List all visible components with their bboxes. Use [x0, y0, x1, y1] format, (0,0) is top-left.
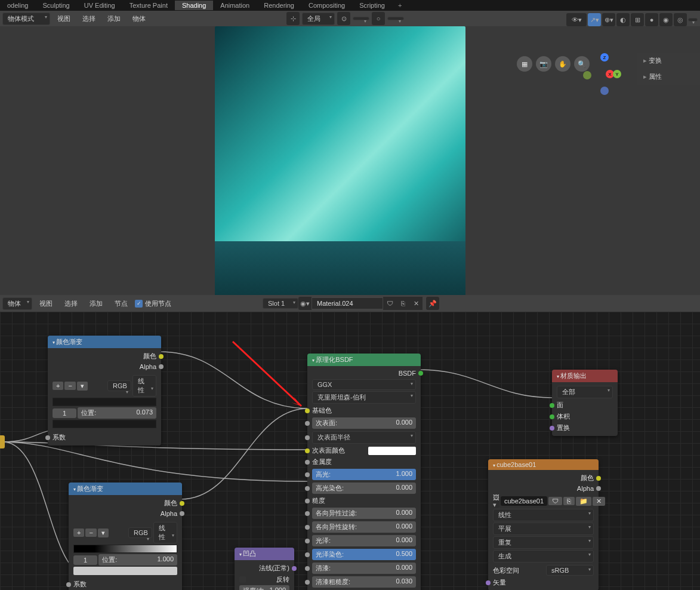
node-menu-add[interactable]: 添加: [85, 298, 107, 309]
solid-shade[interactable]: ●: [645, 13, 658, 26]
use-nodes-checkbox[interactable]: ✓: [135, 300, 143, 308]
tab-texture[interactable]: Texture Paint: [122, 1, 175, 10]
menu-select[interactable]: 选择: [78, 13, 100, 24]
slot-dropdown[interactable]: Slot 1: [263, 298, 298, 309]
node-image-texture[interactable]: cube2base01 颜色 Alpha 🖼▾ cube2base01 🛡 ⎘ …: [488, 459, 599, 590]
image-interp[interactable]: 线性: [493, 509, 594, 521]
gizmo-neg-z[interactable]: [600, 87, 609, 95]
node-title[interactable]: cube2base01: [488, 459, 599, 470]
viewport-3d[interactable]: ▦ 📷 ✋ 🔍 Z X Y 变换 属性: [0, 26, 700, 295]
output-target[interactable]: 全部: [557, 386, 613, 398]
ramp-position[interactable]: 位置:0.073: [78, 407, 156, 419]
image-source[interactable]: 生成: [493, 550, 594, 563]
shade-options[interactable]: [688, 18, 698, 21]
material-name-input[interactable]: Material.024: [312, 297, 383, 309]
bsdf-光泽染色:[interactable]: 光泽染色:0.500: [312, 548, 416, 561]
node-menu-select[interactable]: 选择: [60, 298, 82, 309]
orientation-icon[interactable]: ⊹: [286, 12, 300, 25]
bsdf-清漆:[interactable]: 清漆:0.000: [312, 561, 416, 575]
ramp-color-swatch[interactable]: [73, 567, 177, 575]
node-title[interactable]: 凹凸: [235, 548, 294, 560]
node-bump[interactable]: 凹凸 法线(正常) 反转 强度/力度:1.000 距离:1.000: [235, 548, 294, 590]
bsdf-基础色[interactable]: 基础色: [312, 405, 416, 416]
material-shield-icon[interactable]: 🛡: [383, 297, 396, 310]
menu-object[interactable]: 物体: [128, 13, 150, 24]
visibility-dropdown[interactable]: 👁▾: [566, 13, 587, 26]
node-title[interactable]: 材质输出: [552, 370, 618, 382]
tab-sculpting[interactable]: Sculpting: [35, 1, 76, 10]
gizmo-z[interactable]: Z: [600, 53, 609, 62]
menu-add[interactable]: 添加: [103, 13, 125, 24]
sidebar-transform[interactable]: 变换: [637, 53, 700, 69]
ramp-remove-icon[interactable]: −: [64, 382, 75, 390]
node-colorramp-2[interactable]: 颜色渐变 颜色 Alpha + − ▾ RGB 线性 1 位置:1.000 系数: [69, 483, 182, 590]
bsdf-清漆粗糙度:[interactable]: 清漆粗糙度:0.030: [312, 575, 416, 589]
material-delete-icon[interactable]: ✕: [409, 297, 423, 310]
tab-uv[interactable]: UV Editing: [77, 1, 122, 10]
camera-view-icon[interactable]: 📷: [536, 56, 551, 72]
rendered-shade[interactable]: ◎: [674, 13, 687, 26]
gizmo-toggle[interactable]: ↗▾: [588, 13, 601, 26]
node-title[interactable]: 原理化BSDF: [307, 354, 421, 366]
node-colorramp-1[interactable]: 颜色渐变 颜色 Alpha + − ▾ RGB 线性 1 位置:0.073 系数: [48, 336, 161, 445]
ramp-gradient[interactable]: [53, 398, 156, 406]
image-copy-icon[interactable]: ⎘: [563, 497, 575, 505]
orientation-dropdown[interactable]: 全局: [302, 13, 335, 25]
tab-compositing[interactable]: Compositing: [301, 1, 352, 10]
image-browse-icon[interactable]: 🖼▾: [493, 494, 499, 508]
bsdf-subsurface-method[interactable]: 克里斯坦森-伯利: [312, 391, 416, 404]
node-principled-bsdf[interactable]: 原理化BSDF BSDF GGX 克里斯坦森-伯利 基础色次表面:0.000次表…: [307, 354, 421, 590]
node-mode-dropdown[interactable]: 物体: [2, 297, 32, 310]
ramp-remove-icon[interactable]: −: [85, 528, 96, 537]
tab-shading[interactable]: Shading: [175, 1, 213, 10]
node-editor[interactable]: 颜色渐变 颜色 Alpha + − ▾ RGB 线性 1 位置:0.073 系数…: [0, 312, 700, 590]
ramp-interp[interactable]: 线性: [132, 375, 156, 397]
camera-icon[interactable]: ▦: [517, 56, 532, 72]
tab-rendering[interactable]: Rendering: [257, 1, 301, 10]
bsdf-各向异性旋转:[interactable]: 各向异性旋转:0.000: [312, 520, 416, 534]
node-title[interactable]: 颜色渐变: [69, 483, 182, 495]
image-unlink-icon[interactable]: ✕: [593, 497, 605, 506]
bump-strength[interactable]: 强度/力度:1.000: [239, 585, 289, 590]
bsdf-糙度[interactable]: 糙度: [312, 495, 416, 506]
navigation-gizmo[interactable]: Z X Y: [587, 53, 622, 89]
material-shade[interactable]: ◉: [659, 13, 673, 26]
tab-add-icon[interactable]: +: [392, 1, 408, 10]
xray-toggle[interactable]: ◐: [616, 13, 630, 26]
node-menu-node[interactable]: 节点: [110, 298, 132, 309]
bsdf-次表面半径[interactable]: 次表面半径: [312, 430, 416, 445]
bsdf-次表面颜色[interactable]: 次表面颜色: [312, 445, 416, 456]
bsdf-光泽:[interactable]: 光泽:0.000: [312, 534, 416, 548]
ramp-menu-icon[interactable]: ▾: [77, 382, 88, 391]
gizmo-y[interactable]: Y: [613, 70, 621, 78]
node-menu-view[interactable]: 视图: [35, 298, 57, 309]
bsdf-distribution[interactable]: GGX: [312, 379, 416, 390]
tab-animation[interactable]: Animation: [213, 1, 257, 10]
ramp-position[interactable]: 位置:1.000: [98, 554, 177, 566]
sidebar-properties[interactable]: 属性: [637, 69, 700, 85]
bsdf-高光染色:[interactable]: 高光染色:0.000: [312, 481, 416, 495]
image-extension[interactable]: 重复: [493, 536, 594, 549]
image-colorspace[interactable]: sRGB: [546, 565, 594, 576]
ramp-menu-icon[interactable]: ▾: [98, 528, 109, 537]
node-title[interactable]: 颜色渐变: [48, 336, 161, 348]
ramp-add-icon[interactable]: +: [53, 382, 63, 390]
menu-view[interactable]: 视图: [53, 13, 75, 24]
bsdf-各向异性过滤:[interactable]: 各向异性过滤:0.000: [312, 506, 416, 520]
ramp-add-icon[interactable]: +: [73, 528, 84, 537]
tab-modeling[interactable]: odeling: [0, 1, 35, 10]
snap-dropdown[interactable]: [353, 17, 369, 20]
image-projection[interactable]: 平展: [493, 523, 594, 535]
invert-checkbox[interactable]: [239, 576, 246, 583]
ramp-mode[interactable]: RGB: [107, 380, 131, 391]
tab-scripting[interactable]: Scripting: [352, 1, 392, 10]
overlay-toggle[interactable]: ⊕▾: [602, 13, 615, 26]
proportional-icon[interactable]: ○: [372, 12, 385, 25]
mode-dropdown[interactable]: 物体模式: [2, 13, 50, 25]
ramp-color-swatch[interactable]: [53, 420, 156, 428]
material-pin-icon[interactable]: 📌: [426, 297, 439, 310]
gizmo-neg-y[interactable]: [583, 71, 591, 79]
proportional-dropdown[interactable]: [387, 17, 404, 20]
bsdf-金属度[interactable]: 金属度: [312, 456, 416, 468]
ramp-gradient[interactable]: [73, 545, 177, 553]
